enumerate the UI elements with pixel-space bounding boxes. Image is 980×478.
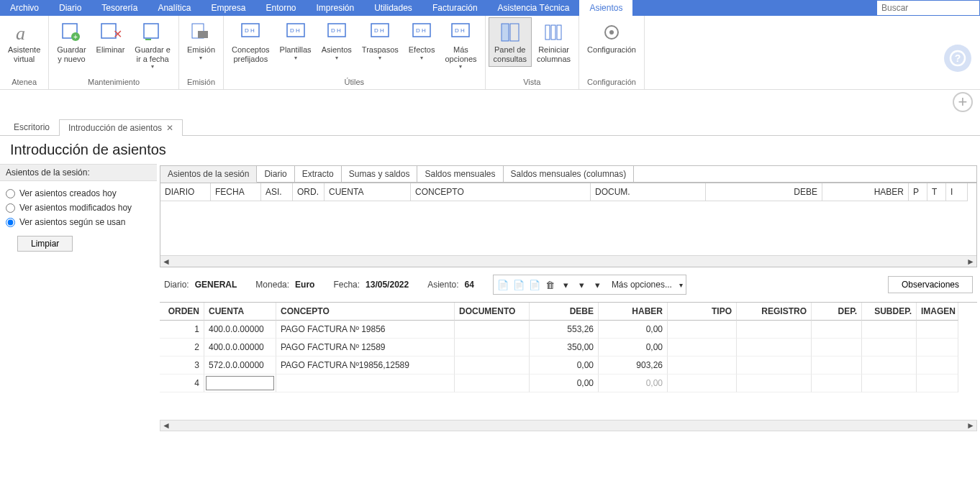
col-header[interactable]: DEBE xyxy=(530,303,599,321)
cell[interactable] xyxy=(862,357,917,374)
ribbon-mas-opciones[interactable]: D HMásopciones▾ xyxy=(440,17,481,73)
cell[interactable] xyxy=(737,357,812,374)
menu-utilidades[interactable]: Utilidades xyxy=(364,0,422,16)
col-header[interactable]: DOCUMENTO xyxy=(455,303,530,321)
cell[interactable] xyxy=(455,374,530,392)
col-header[interactable]: DEBE xyxy=(706,183,822,201)
cell[interactable]: 553,26 xyxy=(530,321,599,339)
close-icon[interactable]: ✕ xyxy=(166,123,173,133)
col-header[interactable]: IMAGEN xyxy=(917,303,958,321)
doc-add-icon[interactable]: 📄 xyxy=(496,278,509,291)
cell[interactable]: 0,00 xyxy=(530,357,599,374)
ver-modificados-hoy-radio[interactable] xyxy=(6,203,15,213)
col-header[interactable]: TIPO xyxy=(668,303,737,321)
ver-creados-hoy-radio[interactable] xyxy=(6,189,15,198)
col-header[interactable]: FECHA xyxy=(211,183,261,201)
ribbon-asistente-virtual[interactable]: aAsistentevirtual xyxy=(3,17,45,67)
cell[interactable] xyxy=(455,321,530,339)
cell[interactable]: 3 xyxy=(160,357,204,374)
help-icon[interactable]: ? xyxy=(944,45,971,72)
ver-segun-se-usan[interactable]: Ver asientos según se usan xyxy=(6,217,151,227)
menu-empresa[interactable]: Empresa xyxy=(201,0,255,16)
inner-tab-4[interactable]: Saldos mensuales xyxy=(417,166,503,183)
col-header[interactable]: REGISTRO xyxy=(737,303,812,321)
menu-tesorería[interactable]: Tesorería xyxy=(91,0,148,16)
inner-tab-0[interactable]: Asientos de la sesión xyxy=(160,166,257,183)
table-row[interactable]: 1400.0.0.00000PAGO FACTURA Nº 19856553,2… xyxy=(160,321,977,339)
menu-entorno[interactable]: Entorno xyxy=(255,0,306,16)
cell[interactable] xyxy=(668,339,737,357)
cell[interactable] xyxy=(862,321,917,339)
cell[interactable] xyxy=(737,339,812,357)
col-header[interactable]: DIARIO xyxy=(160,183,211,201)
cell[interactable] xyxy=(812,357,862,374)
cell[interactable] xyxy=(862,374,917,392)
tab-escritorio[interactable]: Escritorio xyxy=(4,119,59,135)
cell[interactable]: 0,00 xyxy=(599,339,668,357)
menu-diario[interactable]: Diario xyxy=(49,0,91,16)
cell[interactable] xyxy=(917,357,958,374)
cell[interactable]: 4 xyxy=(160,374,204,392)
col-header[interactable]: SUBDEP. xyxy=(862,303,917,321)
doc-copy-icon[interactable]: 📄 xyxy=(528,278,541,291)
ribbon-traspasos[interactable]: D HTraspasos▾ xyxy=(357,17,404,65)
ribbon-eliminar[interactable]: ✕Eliminar xyxy=(91,17,130,58)
menu-asistencia técnica[interactable]: Asistencia Técnica xyxy=(488,0,580,16)
cell[interactable] xyxy=(668,374,737,392)
ribbon-emision[interactable]: Emisión▾ xyxy=(182,17,220,65)
ver-modificados-hoy[interactable]: Ver asientos modificados hoy xyxy=(6,203,151,213)
cell[interactable]: 400.0.0.00000 xyxy=(204,339,276,357)
cell[interactable] xyxy=(917,321,958,339)
tab-introduccion-asientos[interactable]: Introducción de asientos✕ xyxy=(59,119,183,136)
cell[interactable] xyxy=(455,357,530,374)
cell[interactable]: 572.0.0.00000 xyxy=(204,357,276,374)
cell[interactable]: PAGO FACTURA Nº19856,12589 xyxy=(276,357,455,374)
ver-segun-se-usan-radio[interactable] xyxy=(6,218,15,227)
limpiar-button[interactable]: Limpiar xyxy=(17,236,73,252)
ribbon-plantillas[interactable]: D HPlantillas▾ xyxy=(275,17,317,65)
ribbon-guardar-ir-fecha[interactable]: Guardar eir a fecha▾ xyxy=(130,17,176,73)
menu-impresión[interactable]: Impresión xyxy=(306,0,364,16)
scrollbar[interactable]: ◄► xyxy=(160,420,977,431)
ribbon-panel-consultas[interactable]: Panel deconsultas xyxy=(489,17,532,67)
col-header[interactable]: CONCEPTO xyxy=(411,183,591,201)
cell[interactable] xyxy=(276,374,455,392)
cell[interactable] xyxy=(812,321,862,339)
col-header[interactable]: P xyxy=(909,183,927,201)
chevron-down-icon[interactable]: ▾ xyxy=(679,281,683,289)
ribbon-configuracion[interactable]: Configuración xyxy=(582,17,641,58)
ribbon-conceptos-prefijados[interactable]: D HConceptosprefijados xyxy=(227,17,275,67)
tool1-icon[interactable]: ▾ xyxy=(560,278,573,291)
col-header[interactable]: DOCUM. xyxy=(591,183,706,201)
table-row[interactable]: 40,000,00 xyxy=(160,374,977,392)
ribbon-efectos[interactable]: D HEfectos▾ xyxy=(404,17,440,65)
cell[interactable]: 2 xyxy=(160,339,204,357)
cell[interactable] xyxy=(668,357,737,374)
menu-analítica[interactable]: Analítica xyxy=(148,0,201,16)
cell[interactable] xyxy=(812,339,862,357)
menu-asientos[interactable]: Asientos xyxy=(579,0,632,16)
search-input[interactable] xyxy=(877,1,979,15)
col-header[interactable]: I xyxy=(946,183,968,201)
mas-opciones-button[interactable]: Más opciones... xyxy=(607,280,676,290)
cell[interactable]: 0,00 xyxy=(599,321,668,339)
col-header[interactable]: HABER xyxy=(599,303,668,321)
col-header[interactable]: CUENTA xyxy=(204,303,276,321)
cuenta-input[interactable] xyxy=(206,376,274,390)
cell[interactable]: 0,00 xyxy=(530,374,599,392)
cell[interactable]: 0,00 xyxy=(599,374,668,392)
ver-creados-hoy[interactable]: Ver asientos creados hoy xyxy=(6,188,151,198)
cell[interactable]: 400.0.0.00000 xyxy=(204,321,276,339)
cell[interactable] xyxy=(668,321,737,339)
ribbon-guardar-nuevo[interactable]: +Guardary nuevo xyxy=(52,17,91,67)
col-header[interactable]: ORD. xyxy=(293,183,325,201)
cell[interactable] xyxy=(812,374,862,392)
doc-delete-icon[interactable]: 🗑 xyxy=(544,278,557,291)
ribbon-asientos[interactable]: D HAsientos▾ xyxy=(317,17,357,65)
cell[interactable] xyxy=(455,339,530,357)
col-header[interactable]: DEP. xyxy=(812,303,862,321)
tool2-icon[interactable]: ▾ xyxy=(576,278,589,291)
cell[interactable] xyxy=(862,339,917,357)
col-header[interactable]: ORDEN xyxy=(160,303,204,321)
tool3-icon[interactable]: ▾ xyxy=(591,278,604,291)
